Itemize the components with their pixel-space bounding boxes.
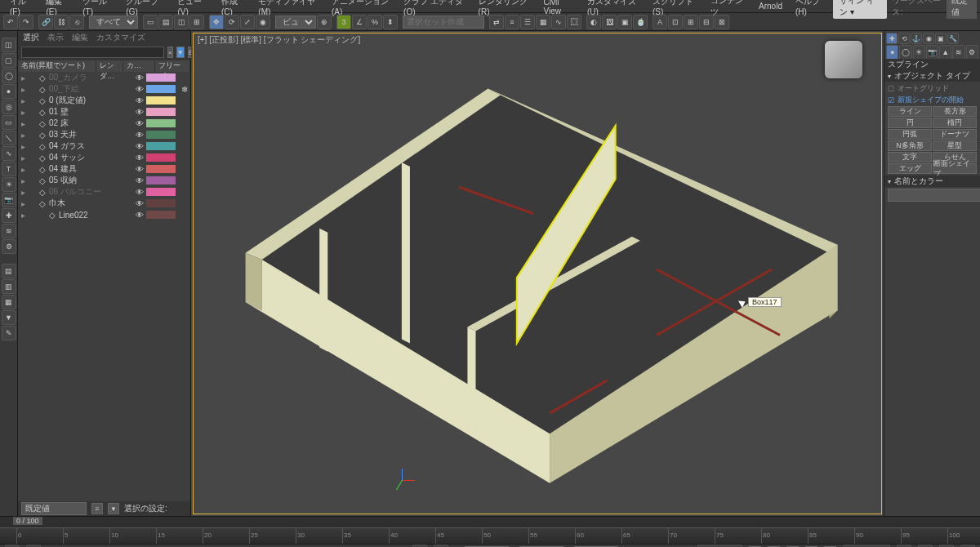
scene-footer-a-icon[interactable]: ≡ xyxy=(91,503,103,514)
lt-torus-icon[interactable]: ◎ xyxy=(2,100,16,114)
snap-button[interactable]: 3 xyxy=(336,15,351,29)
lt-line-icon[interactable]: ＼ xyxy=(2,131,16,145)
cmd-category-dropdown[interactable]: スプライン xyxy=(884,59,980,70)
workspace-dropdown[interactable]: 既定値 xyxy=(947,0,977,19)
ribbon-button[interactable]: ▦ xyxy=(536,15,550,29)
select-region-button[interactable]: ◫ xyxy=(174,15,189,29)
b-button[interactable]: ⊡ xyxy=(668,15,683,29)
scene-filter-clear[interactable]: × xyxy=(167,47,173,58)
scene-row[interactable]: ▸◇00_下絵👁❄ xyxy=(18,83,190,95)
d-button[interactable]: ⊟ xyxy=(699,15,714,29)
create-donut-button[interactable]: ドーナツ xyxy=(933,129,977,140)
scene-tab-select[interactable]: 選択 xyxy=(23,32,39,43)
lt-layer2-icon[interactable]: ▥ xyxy=(2,279,16,294)
unlink-button[interactable]: ⛓ xyxy=(54,15,69,29)
scene-filter-input[interactable] xyxy=(21,47,164,58)
link-button[interactable]: 🔗 xyxy=(38,15,53,29)
scene-row[interactable]: ▸◇Line022👁 xyxy=(18,209,190,220)
scene-footer-input[interactable] xyxy=(21,502,87,515)
scene-column-header[interactable]: 名前(昇順でソート) レンダ… カ… フリーズ xyxy=(18,60,190,72)
scene-row[interactable]: ▸◇02 床👁 xyxy=(18,118,190,129)
render-setup-button[interactable]: 🖼 xyxy=(602,15,617,29)
redo-button[interactable]: ↷ xyxy=(19,15,33,29)
cmd-sub-geom-icon[interactable]: ● xyxy=(886,45,898,60)
cmd-sub-system-icon[interactable]: ⚙ xyxy=(966,45,978,60)
scene-row[interactable]: ▸◇0 (既定値)👁 xyxy=(18,95,190,106)
scene-row[interactable]: ▸◇04 ガラス👁 xyxy=(18,140,190,152)
undo-button[interactable]: ↶ xyxy=(3,15,18,29)
select-name-button[interactable]: ▤ xyxy=(158,15,173,29)
menu-help[interactable]: ヘルプ(H) xyxy=(789,0,833,16)
lt-light-icon[interactable]: ☀ xyxy=(2,177,16,192)
render-button[interactable]: 🍵 xyxy=(633,15,648,29)
create-ngon-button[interactable]: N多角形 xyxy=(888,140,932,151)
placement-button[interactable]: ◉ xyxy=(256,15,270,29)
lt-spline-icon[interactable]: ∿ xyxy=(2,146,16,161)
angle-snap-button[interactable]: ∠ xyxy=(352,15,367,29)
selection-filter-dropdown[interactable]: すべて xyxy=(89,16,138,29)
rollout-namecolor[interactable]: 名前とカラー xyxy=(884,176,980,187)
rotate-button[interactable]: ⟳ xyxy=(225,15,239,29)
curve-editor-button[interactable]: ∿ xyxy=(551,15,566,29)
scene-row[interactable]: ▸◇01 壁👁 xyxy=(18,106,190,118)
c-button[interactable]: ⊞ xyxy=(684,15,698,29)
isolate-icon[interactable]: ⊙ xyxy=(434,545,448,548)
create-section-button[interactable]: 断面シェイプ xyxy=(933,163,977,174)
cmd-tab-motion-icon[interactable]: ◉ xyxy=(923,33,934,44)
maxscript-button[interactable]: ⌨ xyxy=(5,545,20,548)
newshape-checkbox[interactable]: ☑新規シェイプの開始 xyxy=(888,95,977,105)
time-ruler[interactable]: 0510152025303540455055606570758085909510… xyxy=(0,527,980,544)
e-button[interactable]: ⊠ xyxy=(715,15,729,29)
lt-layer3-icon[interactable]: ▦ xyxy=(2,295,16,309)
lock-button[interactable]: 🔒 xyxy=(26,545,41,548)
mirror-button[interactable]: ⇄ xyxy=(489,15,504,29)
cmd-sub-camera-icon[interactable]: 📷 xyxy=(926,45,938,60)
lt-helper-icon[interactable]: ✚ xyxy=(2,208,16,223)
lt-layer1-icon[interactable]: ▤ xyxy=(2,264,16,278)
layer-button[interactable]: ☰ xyxy=(520,15,535,29)
nav-max-icon[interactable]: ⊞ xyxy=(960,545,975,548)
signin-button[interactable]: サイン イン ▾ xyxy=(833,0,887,19)
create-star-button[interactable]: 星型 xyxy=(933,140,977,151)
rollout-objecttype[interactable]: オブジェクト タイプ xyxy=(884,70,980,82)
scene-row[interactable]: ▸◇04 サッシ👁 xyxy=(18,152,190,163)
scale-button[interactable]: ⤢ xyxy=(240,15,255,29)
lt-cylinder-icon[interactable]: ◯ xyxy=(2,69,16,83)
cmd-sub-shape-icon[interactable]: ◯ xyxy=(899,45,911,60)
lock-selection-icon[interactable]: 🔒 xyxy=(412,545,427,548)
scene-row[interactable]: ▸◇巾木👁 xyxy=(18,198,190,209)
scene-tab-customize[interactable]: カスタマイズ xyxy=(96,32,145,43)
cmd-sub-helper-icon[interactable]: ▲ xyxy=(939,45,951,60)
autokey-button[interactable]: オートキー xyxy=(697,545,742,548)
move-button[interactable]: ✥ xyxy=(209,15,224,29)
lt-plane-icon[interactable]: ▭ xyxy=(2,115,16,130)
window-crossing-button[interactable]: ⊞ xyxy=(189,15,204,29)
create-ellipse-button[interactable]: 楕円 xyxy=(933,118,977,128)
refcoord-dropdown[interactable]: ビュー xyxy=(275,16,316,29)
nav-pan-icon[interactable]: ✋ xyxy=(918,545,933,548)
nav-orbit-icon[interactable]: ⟲ xyxy=(939,545,954,548)
scene-row[interactable]: ▸◇00_カメラ👁 xyxy=(18,72,190,83)
lt-camera-icon[interactable]: 📷 xyxy=(2,193,16,207)
menu-tools[interactable]: ツール(T) xyxy=(76,0,119,16)
create-text-button[interactable]: 文字 xyxy=(888,152,932,162)
viewport[interactable]: [+] [正投影] [標準] [フラット シェーディング] xyxy=(191,31,884,516)
align-button[interactable]: ≡ xyxy=(505,15,519,29)
scene-row[interactable]: ▸◇06 バルコニー👁 xyxy=(18,186,190,198)
menu-civilview[interactable]: Civil View xyxy=(537,0,581,16)
cmd-sub-light-icon[interactable]: ☀ xyxy=(913,45,925,60)
cmd-tab-modify-icon[interactable]: ⟲ xyxy=(898,33,910,44)
cmd-sub-space-icon[interactable]: ≋ xyxy=(952,45,964,60)
schematic-button[interactable]: ⿴ xyxy=(567,15,581,29)
autogrid-checkbox[interactable]: ☐オートグリッド xyxy=(888,83,977,94)
setkey-button[interactable]: セット キー xyxy=(843,545,890,548)
create-arc-button[interactable]: 円弧 xyxy=(888,129,932,140)
lt-select-icon[interactable]: ◫ xyxy=(2,38,16,52)
create-circle-button[interactable]: 円 xyxy=(888,118,932,128)
pivot-button[interactable]: ⊕ xyxy=(317,15,332,29)
percent-snap-button[interactable]: % xyxy=(368,15,382,29)
spinner-snap-button[interactable]: ⬍ xyxy=(383,15,398,29)
time-slider[interactable]: 0 / 100 xyxy=(0,516,980,527)
a-button[interactable]: A xyxy=(653,15,667,29)
create-egg-button[interactable]: エッグ xyxy=(888,163,932,174)
